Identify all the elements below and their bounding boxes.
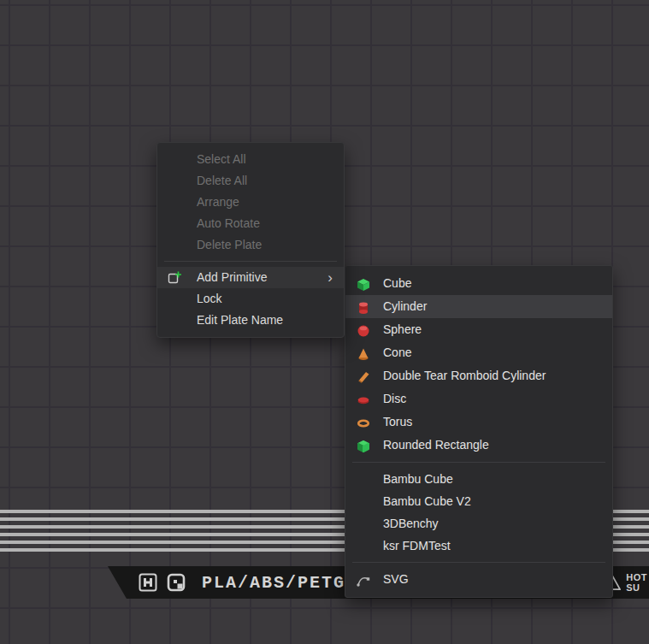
menu-item-edit-plate-name[interactable]: Edit Plate Name [157, 310, 344, 331]
cone-icon [357, 346, 370, 359]
submenu-item-label: Disc [383, 392, 406, 405]
submenu-item-torus[interactable]: Torus [345, 411, 612, 434]
plate-banner-left: PLA/ABS/PETG [108, 573, 345, 593]
submenu-separator [352, 562, 605, 563]
menu-item-select-all: Select All [157, 149, 344, 170]
submenu-item-label: Double Tear Romboid Cylinder [383, 369, 546, 382]
plate-logo-icon-2 [167, 573, 186, 592]
rounded-rectangle-icon [357, 438, 370, 452]
submenu-item-3dbenchy[interactable]: 3DBenchy [345, 512, 612, 535]
cylinder-icon [357, 299, 370, 313]
menu-item-delete-all: Delete All [157, 170, 344, 192]
submenu-item-label: Cylinder [383, 299, 427, 313]
menu-item-lock[interactable]: Lock [157, 288, 344, 310]
submenu-item-sphere[interactable]: Sphere [345, 318, 612, 341]
plate-warning-text: HOT SU [626, 572, 647, 593]
submenu-item-ksr-fdmtest[interactable]: ksr FDMTest [345, 535, 612, 557]
svg-shape-icon [357, 572, 370, 586]
submenu-item-rounded-rectangle[interactable]: Rounded Rectangle [345, 434, 612, 457]
slicer-viewport[interactable]: { "canvas": { "plate_label": "PLA/ABS/PE… [0, 0, 649, 644]
add-primitive-submenu: Cube Cylinder Sphere Cone [345, 265, 613, 598]
add-primitive-icon [168, 270, 182, 285]
rhomboid-icon [357, 369, 370, 382]
submenu-item-cone[interactable]: Cone [345, 341, 612, 364]
submenu-item-disc[interactable]: Disc [345, 387, 612, 411]
plate-warning-line2: SU [626, 582, 647, 593]
disc-icon [357, 392, 370, 405]
menu-item-arrange: Arrange [157, 192, 344, 213]
submenu-separator [352, 462, 605, 463]
submenu-item-label: SVG [383, 572, 409, 586]
plate-context-menu: Select All Delete All Arrange Auto Rotat… [156, 142, 345, 338]
plate-type-label: PLA/ABS/PETG [202, 573, 345, 593]
submenu-item-double-tear-romboid-cylinder[interactable]: Double Tear Romboid Cylinder [345, 364, 612, 387]
submenu-item-svg[interactable]: SVG [345, 568, 612, 591]
submenu-item-label: Torus [383, 415, 412, 428]
submenu-item-cylinder[interactable]: Cylinder [345, 295, 612, 318]
torus-icon [357, 415, 370, 428]
menu-item-auto-rotate: Auto Rotate [157, 213, 344, 234]
submenu-item-bambu-cube[interactable]: Bambu Cube [345, 468, 612, 490]
submenu-arrow-icon: › [327, 267, 333, 288]
menu-item-add-primitive[interactable]: Add Primitive › [157, 267, 344, 288]
submenu-item-label: Cube [383, 276, 411, 290]
plate-logo-icon-1 [139, 573, 157, 592]
submenu-item-label: Rounded Rectangle [383, 438, 489, 452]
submenu-item-bambu-cube-v2[interactable]: Bambu Cube V2 [345, 490, 612, 512]
sphere-icon [357, 322, 370, 336]
submenu-item-cube[interactable]: Cube [345, 272, 612, 295]
menu-item-delete-plate: Delete Plate [157, 234, 344, 256]
menu-separator [164, 261, 337, 262]
plate-warning-line1: HOT [626, 572, 647, 582]
cube-icon [357, 276, 370, 290]
submenu-item-label: Sphere [383, 322, 422, 336]
submenu-item-label: Cone [383, 346, 411, 359]
menu-item-label: Add Primitive [197, 270, 267, 284]
